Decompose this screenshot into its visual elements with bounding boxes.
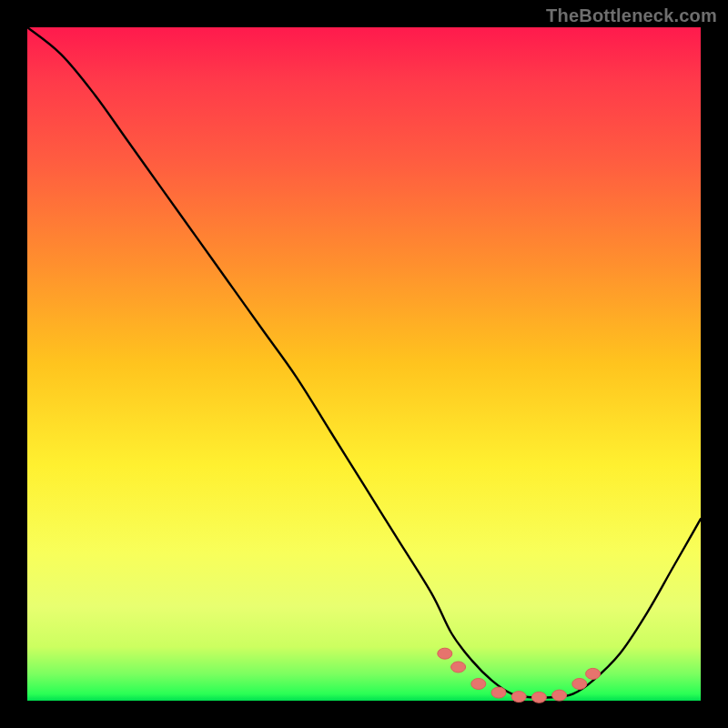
curve-marker	[586, 668, 601, 679]
curve-marker	[491, 687, 506, 698]
curve-marker	[451, 662, 466, 672]
chart-frame: TheBottleneck.com	[0, 0, 728, 728]
curve-marker	[531, 692, 546, 703]
curve-marker	[471, 679, 486, 690]
plot-area	[27, 27, 701, 701]
curve-markers	[438, 648, 601, 703]
curve-marker	[438, 648, 452, 659]
watermark-text: TheBottleneck.com	[546, 5, 717, 26]
curve-svg	[27, 27, 701, 701]
curve-marker	[572, 679, 587, 690]
curve-marker	[552, 690, 567, 701]
curve-marker	[511, 692, 526, 703]
bottleneck-curve	[27, 27, 701, 698]
